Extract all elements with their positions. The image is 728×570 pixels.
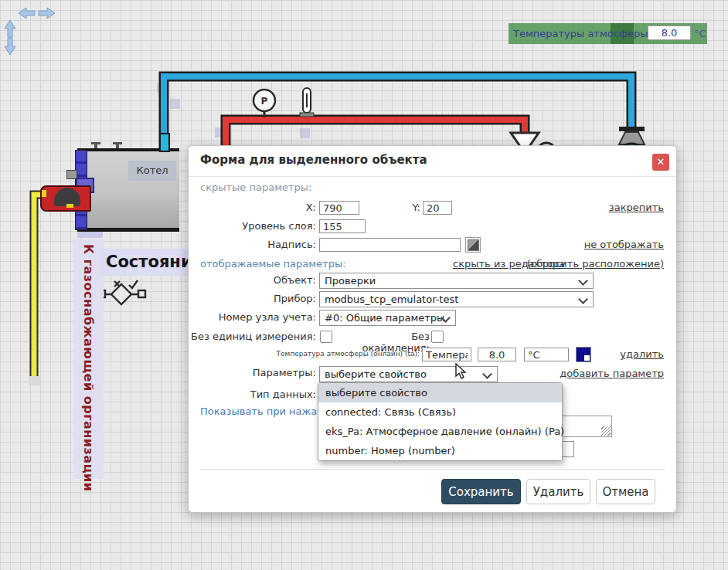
temp-param-label: Температура атмосферы (онлайн) (ta): [189,346,420,358]
node-select-value: #0: Общие параметры [325,312,444,324]
delete-param-link[interactable]: удалить [620,348,664,360]
boiler-label: Котел [128,161,176,181]
anchor-square [215,127,225,137]
layer-label: Уровень слоя: [189,218,316,232]
pipe-blue [164,76,631,150]
dropdown-option[interactable]: connected: Связь (Связь) [318,402,562,422]
cancel-button[interactable]: Отмена [596,479,655,504]
status-heading-strip[interactable]: Состояние п [100,249,188,276]
node-label: Номер узла учета: [189,309,316,323]
temp-param-unit-input[interactable] [524,348,569,361]
scada-editor-canvas: P К газоснабжающей организации Состояние… [0,0,728,570]
burner-detail [66,204,73,208]
add-param-link[interactable]: добавить параметр [560,368,664,379]
node-select[interactable]: #0: Общие параметры [319,310,456,326]
y-label: Y: [304,199,420,213]
device-label: Прибор: [189,290,316,304]
caption-label: Надпись: [189,236,316,250]
status-heading: Состояние п [100,249,188,276]
save-button[interactable]: Сохранить [441,479,521,504]
reset-layout-link[interactable]: (сбросить расположение) [527,258,664,270]
no-border-checkbox[interactable] [431,331,444,343]
flange [619,127,645,131]
anchor-square [157,83,167,93]
pan-right-icon[interactable] [39,8,55,19]
footer-separator [200,469,665,470]
burner-detail [42,190,46,197]
anchor-square [170,99,180,109]
no-units-checkbox[interactable] [320,331,332,343]
boiler-chimney [159,133,170,152]
chevron-down-icon [578,294,588,304]
pan-up-icon[interactable] [5,20,15,37]
pan-down-icon[interactable] [5,38,15,55]
pump-cone [619,132,645,144]
temp-widget-label: Температуры атмосферы [513,28,648,39]
data-type-label: Тип данных: [189,386,316,400]
color-square-icon [468,239,479,251]
object-select-value: Проверки [325,275,376,287]
dialog-title: Форма для выделенного объекта [200,153,427,167]
thermometer-base [300,113,314,117]
pressure-gauge-icon[interactable] [253,90,275,111]
temp-param-name-input[interactable] [422,348,471,361]
dropdown-option[interactable]: eks_Pa: Атмосферное давление (онлайн) (P… [318,422,562,441]
close-icon: ✕ [657,156,665,168]
param-color-swatch[interactable] [576,347,591,362]
layer-input[interactable] [319,219,366,233]
params-select[interactable]: выберите свойство [319,366,498,382]
no-units-label: Без единиц измерения: [189,328,316,342]
boiler-stub [91,142,100,144]
x-label: X: [189,199,316,213]
anchor-square [300,128,310,138]
chevron-down-icon [482,369,492,379]
displayed-params-section-label: отображаемые параметры: [200,258,346,270]
temp-widget-unit: °C [694,28,706,39]
gas-pipe-label: К газоснабжающей организации [81,239,96,491]
header-separator [189,176,676,177]
device-select-value: modbus_tcp_emulator-test [325,293,458,305]
device-select[interactable]: modbus_tcp_emulator-test [319,291,594,307]
resize-grip-icon[interactable] [601,426,611,436]
temp-param-value-input[interactable] [478,348,516,361]
valve-icon[interactable] [98,280,145,304]
atmosphere-temp-widget[interactable]: Температуры атмосферы °C [509,23,707,44]
dropdown-option[interactable]: выберите свойство [318,383,562,402]
boiler-stub [113,142,122,144]
pipe-yellow-outline [34,195,77,376]
caption-input[interactable] [319,238,461,252]
hidden-params-section-label: скрытые параметры: [200,182,311,193]
chevron-down-icon [578,276,588,286]
object-select[interactable]: Проверки [319,273,594,289]
object-form-dialog: Форма для выделенного объекта ✕ скрытые … [188,145,677,513]
close-button[interactable]: ✕ [652,154,669,171]
delete-button[interactable]: Удалить [526,479,590,504]
dropdown-option[interactable]: number: Номер (number) [318,441,562,460]
thermometer-icon[interactable] [303,88,311,113]
gas-pipe-strip[interactable]: К газоснабжающей организации [73,239,104,479]
params-dropdown-list: выберите свойство connected: Связь (Связ… [318,382,563,461]
pipe-endcap [29,376,40,385]
params-select-value: выберите свойство [325,368,427,380]
y-input[interactable] [423,201,452,215]
caption-color-button[interactable] [465,237,481,253]
pan-left-icon[interactable] [19,8,35,19]
temp-widget-value-input[interactable] [648,25,691,40]
gauge-letter: P [261,96,268,107]
pin-link[interactable]: закрепить [609,202,664,213]
hide-caption-link[interactable]: не отображать [584,239,664,250]
pan-arrows [0,0,62,62]
pipe-blue-outline [164,76,631,150]
object-label: Объект: [189,272,316,286]
pipe-yellow [34,195,77,376]
params-label: Параметры: [189,365,316,378]
